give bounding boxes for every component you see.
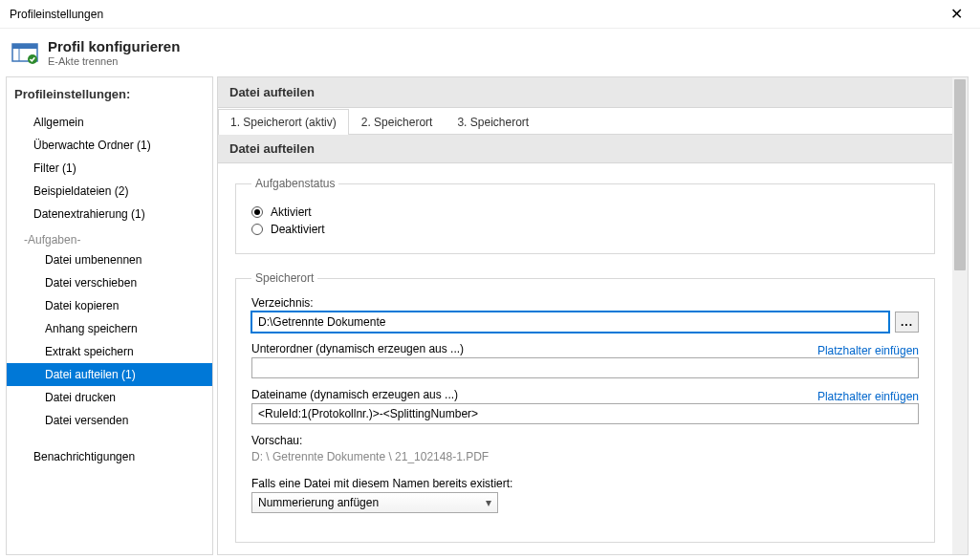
tab-speicherort-1[interactable]: 1. Speicherort (aktiv) xyxy=(218,109,349,135)
app-icon xyxy=(11,39,38,66)
sidebar-group-aufgaben: -Aufgaben- xyxy=(7,226,212,248)
group-aufgabenstatus: Aufgabenstatus Aktiviert Deaktiviert xyxy=(235,177,935,254)
main-panel: Datei aufteilen 1. Speicherort (aktiv) 2… xyxy=(217,76,969,555)
sidebar-item-allgemein[interactable]: Allgemein xyxy=(7,111,212,134)
label-dateiname: Dateiname (dynamisch erzeugen aus ...) xyxy=(251,388,458,401)
sidebar-task-versenden[interactable]: Datei versenden xyxy=(7,409,212,432)
sidebar-item-datenextrahierung[interactable]: Datenextrahierung (1) xyxy=(7,203,212,226)
sidebar-heading: Profileinstellungen: xyxy=(14,87,205,101)
sidebar-task-kopieren[interactable]: Datei kopieren xyxy=(7,294,212,317)
sidebar-task-umbenennen[interactable]: Datei umbenennen xyxy=(7,248,212,271)
scrollbar-thumb[interactable] xyxy=(954,79,966,270)
input-verzeichnis[interactable] xyxy=(251,312,889,333)
select-exists-value: Nummerierung anfügen xyxy=(258,496,379,509)
radio-icon xyxy=(251,224,263,235)
page-title: Profil konfigurieren xyxy=(48,38,180,54)
close-icon[interactable]: ✕ xyxy=(943,3,970,26)
link-platzhalter-dateiname[interactable]: Platzhalter einfügen xyxy=(817,390,919,403)
svg-rect-1 xyxy=(12,44,37,49)
radio-icon xyxy=(251,206,263,218)
chevron-down-icon: ▾ xyxy=(486,496,491,509)
radio-deaktiviert[interactable]: Deaktiviert xyxy=(251,223,919,236)
browse-button[interactable]: ... xyxy=(895,312,919,333)
page-subtitle: E-Akte trennen xyxy=(48,55,180,67)
sidebar-item-beispieldateien[interactable]: Beispieldateien (2) xyxy=(7,180,212,203)
label-exists: Falls eine Datei mit diesem Namen bereit… xyxy=(251,477,919,490)
input-dateiname[interactable] xyxy=(251,403,919,424)
radio-deaktiviert-label: Deaktiviert xyxy=(271,223,325,236)
sidebar: Profileinstellungen: Allgemein Überwacht… xyxy=(6,76,213,555)
legend-aufgabenstatus: Aufgabenstatus xyxy=(251,177,338,190)
sidebar-task-anhang[interactable]: Anhang speichern xyxy=(7,317,212,340)
sidebar-task-aufteilen[interactable]: Datei aufteilen (1) xyxy=(7,363,212,386)
sidebar-item-benachrichtigungen[interactable]: Benachrichtigungen xyxy=(7,445,212,468)
value-vorschau: D: \ Getrennte Dokumente \ 21_102148-1.P… xyxy=(251,450,919,463)
section-header: Datei aufteilen xyxy=(218,77,952,108)
sidebar-task-verschieben[interactable]: Datei verschieben xyxy=(7,271,212,294)
label-vorschau: Vorschau: xyxy=(251,434,919,447)
sidebar-task-extrakt[interactable]: Extrakt speichern xyxy=(7,340,212,363)
page-header: Profil konfigurieren E-Akte trennen xyxy=(0,29,980,75)
input-unterordner[interactable] xyxy=(251,357,919,378)
scrollbar[interactable] xyxy=(952,77,968,554)
link-platzhalter-unterordner[interactable]: Platzhalter einfügen xyxy=(817,344,919,357)
tab-speicherort-2[interactable]: 2. Speicherort xyxy=(349,109,446,135)
radio-aktiviert[interactable]: Aktiviert xyxy=(251,205,919,219)
sidebar-item-filter[interactable]: Filter (1) xyxy=(7,157,212,180)
group-speicherort: Speicherort Verzeichnis: ... Unterordner… xyxy=(235,271,935,543)
sidebar-item-ordner[interactable]: Überwachte Ordner (1) xyxy=(7,134,212,157)
label-unterordner: Unterordner (dynamisch erzeugen aus ...) xyxy=(251,342,464,355)
select-exists-action[interactable]: Nummerierung anfügen ▾ xyxy=(251,492,498,513)
tab-bar: 1. Speicherort (aktiv) 2. Speicherort 3.… xyxy=(218,108,952,135)
tab-subheader: Datei aufteilen xyxy=(218,135,952,163)
label-verzeichnis: Verzeichnis: xyxy=(251,296,919,310)
sidebar-task-drucken[interactable]: Datei drucken xyxy=(7,386,212,409)
tab-speicherort-3[interactable]: 3. Speicherort xyxy=(445,109,541,135)
radio-aktiviert-label: Aktiviert xyxy=(271,205,312,219)
window-title: Profileinstellungen xyxy=(10,8,103,21)
legend-speicherort: Speicherort xyxy=(251,271,317,285)
titlebar: Profileinstellungen ✕ xyxy=(0,0,980,29)
